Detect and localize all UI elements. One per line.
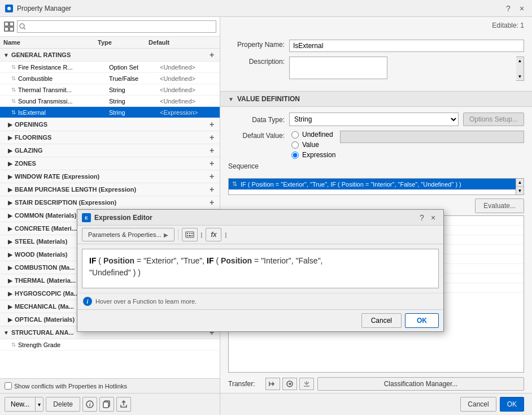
group-header-stair[interactable]: ▶ STAIR DESCRIPTION (Expression) + [0, 196, 220, 209]
tree-item-combustible[interactable]: ⇅Combustible True/False <Undefined> [0, 73, 220, 84]
keyboard-icon-btn[interactable] [182, 228, 198, 241]
modal-ok-button[interactable]: OK [405, 313, 439, 328]
search-input[interactable] [17, 20, 216, 33]
value-definition-section[interactable]: ▼ VALUE DEFINITION [220, 91, 532, 107]
modal-help-button[interactable]: ? [416, 212, 428, 223]
seq-scrollbar[interactable]: ▲ ▼ [516, 178, 524, 195]
params-arrow-icon: ▶ [164, 232, 168, 238]
expression-editor-content[interactable]: IF ( Position = "Exterior", "True", IF (… [82, 249, 439, 288]
add-group-item-btn[interactable]: + [207, 120, 216, 129]
options-setup-button[interactable]: Options Setup... [463, 113, 524, 126]
desc-scroll-down[interactable]: ▼ [518, 74, 522, 79]
conflicts-checkbox-label[interactable]: Show conflicts with Properties in Hotlin… [5, 382, 127, 390]
tree-item-isexternal[interactable]: ⇅IsExternal String <Expression> [0, 107, 220, 118]
svg-rect-2 [5, 22, 8, 26]
conflicts-checkbox[interactable] [5, 382, 12, 390]
group-label: MECHANICAL (Ma... [15, 303, 74, 310]
chevron-right-icon: ▶ [8, 265, 12, 271]
add-group-item-btn[interactable]: + [207, 172, 216, 181]
modal-toolbar: Parameters & Properties... ▶ | fx | [77, 226, 443, 244]
sequence-row[interactable]: ⇅ IF ( Position = "Exterior", "True", IF… [229, 179, 516, 190]
add-group-item-btn[interactable]: + [207, 159, 216, 168]
group-label: CONCRETE (Materi... [15, 225, 77, 232]
property-name-input[interactable] [289, 40, 524, 52]
svg-rect-3 [10, 22, 14, 26]
group-header-window-rate[interactable]: ▶ WINDOW RATE (Expression) + [0, 170, 220, 183]
expression-editor-modal: E Expression Editor ? × Parameters & Pro… [77, 209, 444, 332]
group-label: BEAM PURCHASE LENGTH (Expression) [15, 186, 136, 193]
transfer-icon-3[interactable] [299, 378, 314, 390]
drag-handle: ⇅ [11, 109, 16, 115]
modal-hint-area: i Hover over a Function to learn more. [77, 293, 443, 309]
add-group-item-btn[interactable]: + [207, 185, 216, 194]
radio-undefined[interactable] [291, 131, 299, 139]
add-group-item-btn[interactable]: + [207, 198, 216, 207]
description-label: Description: [228, 57, 285, 66]
tree-item-sound[interactable]: ⇅Sound Transmissi... String <Undefined> [0, 96, 220, 107]
seq-scroll-up[interactable]: ▲ [516, 179, 524, 187]
add-group-item-btn[interactable]: + [207, 50, 216, 59]
group-label: WINDOW RATE (Expression) [15, 173, 99, 180]
title-bar: Property Manager ? × [0, 0, 532, 17]
svg-rect-21 [187, 235, 188, 236]
modal-close-button[interactable]: × [428, 212, 439, 223]
svg-text:E: E [85, 215, 88, 221]
group-label: ZONES [15, 160, 36, 167]
evaluate-button[interactable]: Evaluate... [475, 198, 524, 213]
chevron-right-icon: ▶ [8, 252, 12, 258]
tree-item-strength-grade[interactable]: ⇅Strength Grade [0, 339, 220, 351]
radio-expression[interactable] [291, 152, 299, 159]
transfer-label: Transfer: [228, 380, 262, 388]
radio-value-label[interactable]: Value [291, 141, 335, 149]
new-button[interactable]: New... [5, 397, 36, 411]
svg-rect-20 [191, 233, 193, 234]
params-properties-button[interactable]: Parameters & Properties... ▶ [82, 228, 175, 241]
svg-rect-19 [189, 233, 190, 234]
fx-icon-btn[interactable]: fx [206, 228, 221, 241]
chevron-down-icon: ▼ [3, 52, 9, 58]
group-label: COMBUSTION (Ma... [15, 264, 75, 271]
item-type: Option Set [109, 64, 160, 71]
delete-button[interactable]: Delete [46, 397, 80, 412]
main-ok-button[interactable]: OK [500, 397, 524, 412]
group-header-floorings[interactable]: ▶ FLOORINGS + [0, 131, 220, 144]
info-button[interactable]: i [82, 397, 97, 412]
group-header-beam[interactable]: ▶ BEAM PURCHASE LENGTH (Expression) + [0, 183, 220, 196]
group-label: OPTICAL (Materials) [15, 316, 75, 323]
transfer-icon-1[interactable] [265, 378, 280, 390]
add-group-item-btn[interactable]: + [207, 146, 216, 155]
new-arrow-button[interactable]: ▾ [36, 397, 43, 411]
pipe-icon-2: | [224, 231, 228, 238]
group-header-general-ratings[interactable]: ▼ GENERAL RATINGS + [0, 49, 220, 62]
item-name: Sound Transmissi... [18, 98, 73, 105]
default-value-input[interactable] [340, 131, 524, 143]
copy-button[interactable] [99, 397, 114, 412]
help-button[interactable]: ? [503, 3, 514, 14]
group-header-glazing[interactable]: ▶ GLAZING + [0, 144, 220, 157]
desc-scroll-up[interactable]: ▲ [518, 58, 522, 63]
classification-manager-button[interactable]: Classification Manager... [317, 377, 524, 391]
main-cancel-button[interactable]: Cancel [460, 397, 496, 412]
radio-value[interactable] [291, 141, 299, 149]
tree-item-fire-resistance[interactable]: ⇅Fire Resistance R... Option Set <Undefi… [0, 62, 220, 73]
close-button[interactable]: × [516, 3, 527, 14]
modal-cancel-button[interactable]: Cancel [361, 313, 402, 328]
bold-position1: Position [103, 256, 134, 265]
modal-title: Expression Editor [94, 214, 416, 222]
chevron-right-icon: ▶ [8, 239, 12, 245]
group-header-openings[interactable]: ▶ OPENINGS + [0, 118, 220, 131]
datatype-select[interactable]: String [289, 113, 459, 126]
export-button[interactable] [116, 397, 131, 412]
radio-expression-label[interactable]: Expression [291, 151, 335, 159]
tree-item-thermal[interactable]: ⇅Thermal Transmit... String <Undefined> [0, 84, 220, 96]
add-group-item-btn[interactable]: + [207, 133, 216, 142]
grid-icon[interactable] [3, 21, 15, 32]
chevron-right-icon: ▶ [8, 122, 12, 128]
transfer-icon-2[interactable] [282, 378, 297, 390]
new-button-split[interactable]: New... ▾ [5, 397, 43, 412]
value-definition-area: Data Type: String Options Setup... Defau… [220, 107, 532, 178]
group-header-zones[interactable]: ▶ ZONES + [0, 157, 220, 170]
radio-undefined-label[interactable]: Undefined [291, 131, 335, 139]
seq-scroll-down[interactable]: ▼ [516, 187, 524, 194]
description-input[interactable] [289, 57, 387, 79]
